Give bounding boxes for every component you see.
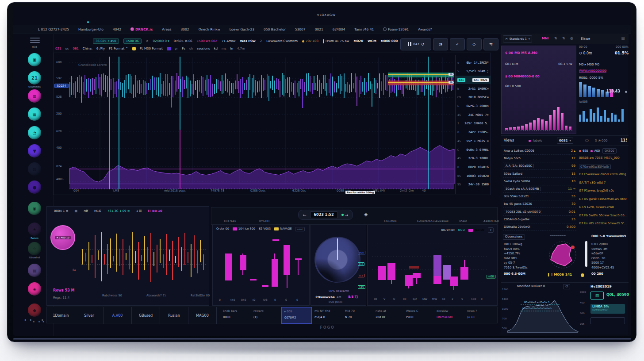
toolbar2-chip-12[interactable]: sessions	[197, 47, 210, 50]
sidebar-item-wallet[interactable]: ▼	[28, 144, 41, 157]
market-row-6[interactable]: 3ds 55As 5dts2155	[503, 193, 576, 200]
log-badge-1[interactable]: A00	[590, 149, 600, 153]
sidebar-item-grid[interactable]: ▦	[28, 108, 41, 121]
toolbar2-chip-14[interactable]: ms	[222, 47, 226, 50]
main-price-chart[interactable]: 2B2B608592528200628400074400552024Grandi…	[53, 53, 491, 195]
toolbar1-chip-3[interactable]: 02/089 0 ▾	[153, 39, 169, 43]
bl-header-chip-1[interactable]: ▦	[75, 209, 78, 213]
footer-tab-0[interactable]: 1Domain	[47, 307, 75, 324]
toolbar-pause-refresh-button[interactable]: 047↺	[400, 38, 431, 50]
sidebar-item-calendar-21[interactable]: 21	[28, 71, 41, 84]
menu-item-3[interactable]: DRGCK.is	[130, 27, 153, 31]
sidebar-item-leaf[interactable]: ☆	[28, 242, 41, 255]
sidebar-item-earth[interactable]: ◉	[28, 202, 41, 215]
menu-item-5[interactable]: 3002	[181, 27, 189, 31]
toolbar1-chip-13[interactable]: WCM	[368, 39, 376, 43]
menu-item-8[interactable]: 050 Bachelor	[264, 27, 286, 31]
gauge-dial[interactable]	[314, 237, 360, 283]
circle-icon[interactable]: ○	[585, 138, 589, 143]
toolbar1-chip-4[interactable]: 0P605 Ts 06	[174, 39, 192, 43]
menu-item-11[interactable]: 624004	[333, 27, 345, 31]
teal-badge[interactable]: ▥	[590, 292, 604, 300]
mini-icon[interactable]: ▖	[33, 319, 35, 322]
market-row-8[interactable]: 70083 20L d2 sA430700.01	[503, 208, 576, 216]
toolbar2-chip-11[interactable]: sh	[189, 47, 193, 50]
toolbar1-chip-7[interactable]: Was P0w	[240, 39, 255, 43]
ladder-row[interactable]: e0br 14.2RC5*	[456, 58, 491, 67]
toolbar-settings-sliders-button[interactable]: ⇆	[483, 38, 498, 50]
shield-icon[interactable]: ◈	[364, 212, 368, 217]
toolbar1-chip-2[interactable]: ↺	[146, 39, 149, 43]
log-row-0[interactable]: 00508 aw 705S' M57L_000	[579, 156, 620, 160]
ladder-row[interactable]: 5524r-30 1500	[456, 180, 491, 189]
menu-item-1[interactable]: Hamburger-Ulo	[78, 27, 104, 31]
ladder-row[interactable]: 800r0 T0=0T6	[456, 163, 491, 171]
market-row-1[interactable]: Midya 5br512	[503, 155, 576, 162]
market-row-5[interactable]: 50ash dw sA A-605MB11 →	[503, 185, 576, 193]
menu-item-12[interactable]: Tann /46 41	[354, 27, 374, 31]
toolbar-chart-mode-button[interactable]: ◔	[433, 38, 448, 50]
log-row-2[interactable]: G7 F5wawww dw50 200% dt0g	[579, 173, 626, 176]
menu-item-4[interactable]: Areas	[162, 27, 171, 31]
sidebar-item-crab[interactable]: ◆	[28, 303, 41, 317]
log-badge-0[interactable]: 6E0	[579, 149, 588, 153]
menu-item-2[interactable]: 4042	[113, 27, 121, 31]
log-badge-2[interactable]: OX500	[602, 148, 617, 154]
time-display[interactable]: 6023 1:52	[310, 211, 338, 218]
bl-header-chip-6[interactable]: IT BB 10	[148, 209, 162, 213]
toolbar2-chip-9[interactable]: pr	[175, 47, 178, 50]
bl-header-chip-4[interactable]: 731.3C 1 09 ≡	[107, 209, 130, 213]
bl-header-chip-2[interactable]: rdf	[84, 209, 88, 213]
toolbar1-chip-8[interactable]: 2	[260, 39, 262, 43]
menu-item-9[interactable]: 53007	[295, 27, 306, 31]
gear-count[interactable]: 3 ◔ 000	[595, 139, 607, 143]
grid-icon[interactable]: ▤	[621, 37, 625, 41]
sidebar-item-sphere[interactable]: ●	[28, 180, 41, 194]
sidebar-item-camera[interactable]: ◈	[28, 282, 41, 296]
log-row-6[interactable]: G7.9 L2r0, 50ww52rw8	[579, 205, 614, 209]
toolbar2-chip-7[interactable]: PL M30 Format	[140, 47, 163, 50]
footer-tab-2[interactable]: A,V00	[104, 307, 132, 324]
mini-map-box[interactable]: mini	[295, 227, 305, 231]
market-row-9[interactable]: C05Am0-5-gw0w25	[503, 216, 576, 223]
ladder-row[interactable]: 55/5r3 504M ;	[456, 67, 491, 76]
prev-button[interactable]: ←	[303, 213, 307, 217]
sidebar-item-analytics[interactable]: ◔	[28, 126, 41, 139]
ladder-row[interactable]: 0510003 10502B	[456, 172, 491, 180]
menu-item-0[interactable]: L 012 Q2727-2425	[38, 27, 69, 31]
toolbar2-chip-13[interactable]: kd	[214, 47, 218, 50]
ladder-row[interactable]: 824r7 15005-	[456, 128, 491, 137]
teal-block[interactable]: LINEA 5%50ww50w00	[590, 304, 625, 314]
toolbar1-chip-11[interactable]: Frwm 41 75 aw	[323, 39, 349, 43]
sidebar-item-city[interactable]: ▤	[28, 264, 41, 277]
ladder-row[interactable]: 021021 0021	[456, 76, 491, 84]
toolbar2-chip-2[interactable]: 061	[73, 47, 78, 50]
ladder-row[interactable]: 452r0-3 7000L	[456, 154, 491, 163]
toolbar2-chip-4[interactable]: 6 /Fly	[96, 47, 105, 50]
log-row-4[interactable]: G7 F1www. Jsvg2r0 s0s	[579, 189, 614, 192]
footer-tab-1[interactable]: Silver	[75, 307, 104, 324]
footer-tab-3[interactable]: GBused	[132, 307, 160, 324]
market-select[interactable]: 0052▾	[557, 138, 573, 144]
toolbar2-chip-3[interactable]: China.	[83, 47, 92, 50]
sort-icon-1[interactable]: ⇅	[562, 37, 565, 41]
market-row-7[interactable]: bw 45 gwcs 5202630	[503, 200, 576, 208]
ladder-row[interactable]: 60wr6-3 2000s	[456, 102, 491, 111]
market-row-4[interactable]: 5wbA Fyda 5r00410	[503, 178, 576, 185]
market-row-0[interactable]: Anw a LuBws C00092 ▴	[503, 147, 576, 155]
footer-tab-4[interactable]: Rusian	[160, 307, 188, 324]
toolbar2-chip-10[interactable]: Fs	[182, 47, 185, 50]
market-row-2[interactable]: A A (1A; 800a50C99	[503, 162, 576, 170]
toolbar2-chip-16[interactable]: 4.7m	[237, 47, 245, 50]
mini-icon[interactable]: ▗	[38, 319, 40, 322]
toolbar1-chip-0[interactable]: 36 025 7 450	[93, 38, 119, 44]
toolbar1-chip-6[interactable]: 71 Arrow	[222, 39, 235, 43]
obsessions-title[interactable]: Obsessions	[503, 234, 525, 240]
menu-item-7[interactable]: Loewr Gach-23	[230, 27, 254, 31]
sort-icon-0[interactable]: ⇅	[554, 37, 557, 41]
toolbar2-chip-0[interactable]: 021	[55, 47, 61, 50]
log-row-8[interactable]: G7 bs s05 s555bw 5dwwd5 5'5www5d	[579, 222, 628, 225]
log-row-5[interactable]: G7 85 gwsk 5s05sM50l-w5 0M9	[579, 197, 627, 201]
toolbar2-chip-1[interactable]: us	[65, 47, 69, 50]
log-row-3[interactable]: GA.T/T s30rw0d 7	[579, 181, 606, 184]
